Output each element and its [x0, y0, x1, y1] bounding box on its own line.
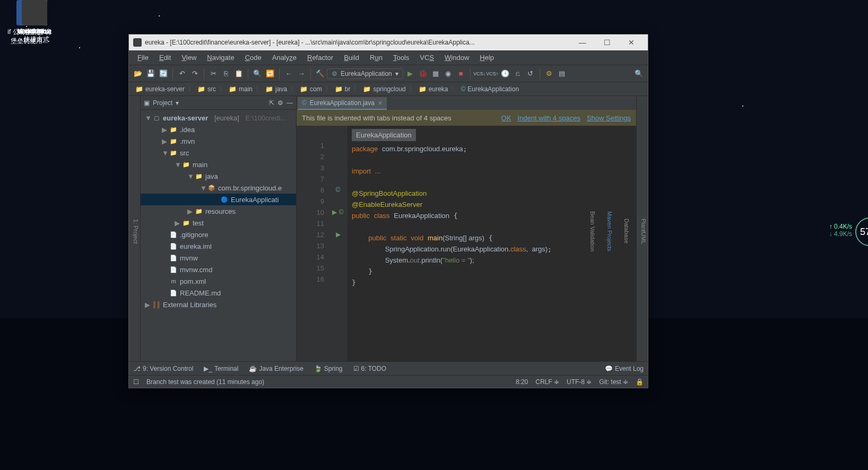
hide-icon[interactable]: — — [287, 99, 293, 107]
tool-todo[interactable]: ☑6: TODO — [353, 365, 387, 372]
menu-code[interactable]: Code — [240, 51, 267, 64]
close-icon[interactable]: ✕ — [378, 100, 383, 107]
notif-ok-link[interactable]: OK — [501, 114, 511, 122]
tree-item[interactable]: 📄mvnw — [141, 252, 296, 264]
lock-icon[interactable]: 🔒 — [636, 378, 644, 386]
tool-maven[interactable]: Maven Projects — [605, 208, 614, 255]
tree-item[interactable]: ▼📁java — [141, 170, 296, 182]
cursor-position[interactable]: 8:20 — [516, 378, 528, 386]
run-gutter-icon[interactable]: ▶ — [328, 229, 348, 240]
menu-window[interactable]: Window — [439, 51, 474, 64]
collapse-icon[interactable]: ⇱ — [269, 99, 274, 107]
tree-arrow[interactable]: ▼ — [175, 161, 180, 169]
tree-item[interactable]: 📄.gitignore — [141, 229, 296, 240]
minimize-button[interactable]: — — [570, 34, 595, 50]
run-config-selector[interactable]: ⚙ EurekaApplication ▾ — [327, 68, 403, 79]
tree-item[interactable]: ▼📁main — [141, 159, 296, 170]
menu-refactor[interactable]: Refactor — [302, 51, 338, 64]
tree-item[interactable]: ▶📁resources — [141, 205, 296, 217]
menu-run[interactable]: Run — [364, 51, 388, 64]
tree-item[interactable]: 📄eureka.iml — [141, 240, 296, 252]
vcs-update-icon[interactable]: VCS↓ — [474, 68, 485, 80]
tool-bean[interactable]: Bean Validation — [588, 208, 597, 255]
tree-arrow[interactable]: ▶ — [175, 219, 180, 227]
notif-settings-link[interactable]: Show Settings — [587, 114, 631, 122]
tool-javaee[interactable]: ☕Java Enterprise — [249, 365, 303, 372]
tree-arrow[interactable]: ▶ — [162, 137, 167, 145]
breadcrumb-item[interactable]: ©EurekaApplication — [457, 85, 522, 93]
menu-edit[interactable]: Edit — [154, 51, 176, 64]
close-button[interactable]: ✕ — [619, 34, 644, 50]
tree-arrow[interactable]: ▼ — [200, 184, 205, 192]
tree-item[interactable]: mpom.xml — [141, 275, 296, 287]
breadcrumb-item[interactable]: 📁br — [332, 85, 354, 93]
settings-icon[interactable]: ⚙ — [543, 68, 555, 80]
menu-vcs[interactable]: VCS — [414, 51, 439, 64]
find-icon[interactable]: 🔍 — [251, 68, 263, 80]
event-log[interactable]: 💬Event Log — [605, 365, 644, 372]
encoding[interactable]: UTF-8 ≑ — [567, 378, 592, 386]
tree-item[interactable]: 📄README.md — [141, 287, 296, 299]
breadcrumb-item[interactable]: 📁springcloud — [360, 85, 409, 93]
tool-plantuml[interactable]: PlantUML — [639, 215, 648, 247]
maximize-button[interactable]: ☐ — [595, 34, 619, 50]
chevron-down-icon[interactable]: ▼ — [145, 114, 150, 122]
tree-item[interactable]: ▶📁.idea — [141, 124, 296, 135]
notif-indent-link[interactable]: Indent with 4 spaces — [517, 114, 580, 122]
menu-view[interactable]: View — [176, 51, 202, 64]
breadcrumb-item[interactable]: 📁src — [194, 85, 219, 93]
run-gutter-icon[interactable]: ▶ © — [328, 207, 348, 218]
tree-arrow[interactable]: ▶ — [162, 126, 167, 134]
redo-icon[interactable]: ↷ — [189, 68, 201, 80]
tool-vcs[interactable]: ⎇9: Version Control — [133, 365, 193, 372]
tree-arrow[interactable]: ▶ — [187, 207, 193, 215]
paste-icon[interactable]: 📋 — [233, 68, 245, 80]
forward-icon[interactable]: → — [296, 68, 307, 80]
breadcrumb-item[interactable]: 📁main — [225, 85, 256, 93]
save-icon[interactable]: 💾 — [145, 68, 157, 80]
menu-navigate[interactable]: Navigate — [202, 51, 239, 64]
coverage-icon[interactable]: ▦ — [430, 68, 441, 80]
desktop-icon[interactable]: newbranc... — [11, 0, 58, 35]
chevron-right-icon[interactable]: ▶ — [145, 301, 150, 309]
spring-icon[interactable]: © — [328, 185, 348, 196]
build-icon[interactable]: 🔨 — [314, 68, 326, 80]
menu-file[interactable]: File — [132, 51, 154, 64]
revert-icon[interactable]: ⎌ — [512, 68, 524, 80]
tool-terminal[interactable]: ▶_Terminal — [204, 365, 238, 372]
menu-help[interactable]: Help — [474, 51, 499, 64]
menu-analyze[interactable]: Analyze — [267, 51, 302, 64]
breadcrumb-item[interactable]: 📁eureka — [415, 85, 452, 93]
search-icon[interactable]: 🔍 — [633, 68, 645, 80]
history-icon[interactable]: 🕓 — [499, 68, 511, 80]
tree-item[interactable]: 📄mvnw.cmd — [141, 264, 296, 275]
back-icon[interactable]: ← — [283, 68, 294, 80]
tree-external[interactable]: ▶ ║║ External Libraries — [141, 299, 296, 310]
network-widget[interactable]: ↑ 0.4K/s ↓ 4.9K/s 57% — [829, 223, 852, 238]
editor-tab[interactable]: © EurekaApplication.java ✕ — [298, 97, 387, 110]
tree-item[interactable]: ▼📁src — [141, 147, 296, 159]
tree-item[interactable]: ▼📦com.br.springcloud.e — [141, 182, 296, 194]
titlebar[interactable]: eureka - [E:\100credit\finance\eureka-se… — [129, 34, 648, 50]
tree-root[interactable]: ▼ ▢ eureka-server [eureka] E:\100credi..… — [141, 112, 296, 124]
breadcrumb-item[interactable]: 📁eureka-server — [132, 85, 188, 93]
menu-tools[interactable]: Tools — [388, 51, 414, 64]
gear-icon[interactable]: ⚙ — [277, 99, 283, 107]
breadcrumb-item[interactable]: 📁java — [262, 85, 290, 93]
debug-icon[interactable]: 🐞 — [417, 68, 429, 80]
tool-database[interactable]: Database — [622, 215, 631, 247]
structure-icon[interactable]: ▤ — [556, 68, 568, 80]
profile-icon[interactable]: ◉ — [442, 68, 454, 80]
cut-icon[interactable]: ✂ — [207, 68, 219, 80]
tree-arrow[interactable]: ▼ — [162, 149, 167, 157]
tree-item[interactable]: ▶📁.mvn — [141, 135, 296, 147]
rollback-icon[interactable]: ↺ — [525, 68, 536, 80]
git-branch[interactable]: Git: test ≑ — [599, 378, 628, 386]
replace-icon[interactable]: 🔁 — [264, 68, 276, 80]
vcs-commit-icon[interactable]: VCS↑ — [487, 68, 498, 80]
run-icon[interactable]: ▶ — [404, 68, 416, 80]
chevron-down-icon[interactable]: ▾ — [176, 99, 179, 107]
copy-icon[interactable]: ⎘ — [220, 68, 232, 80]
tool-project[interactable]: 1: Project — [132, 216, 140, 247]
tree-item[interactable]: ▶📁test — [141, 217, 296, 229]
